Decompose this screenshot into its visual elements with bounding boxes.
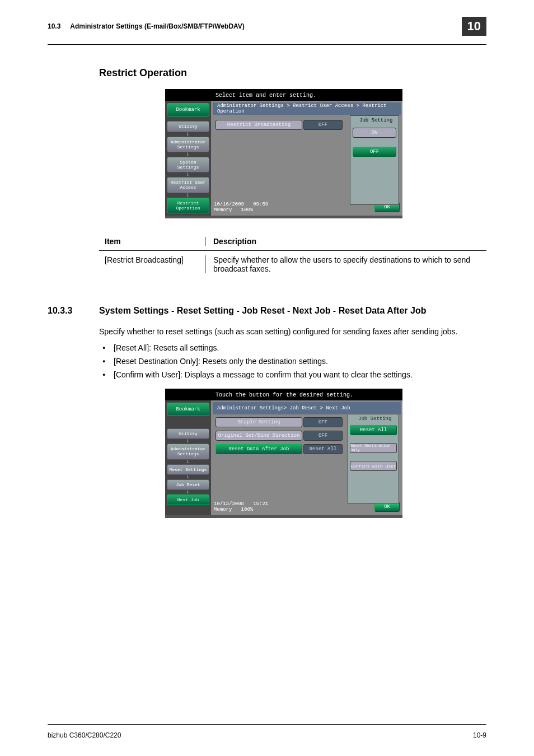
- row-bind-direction-value: OFF: [303, 431, 343, 441]
- panel2-sidebar: Bookmark Utility ↓ Administrator Setting…: [165, 400, 211, 515]
- chapter-badge: 10: [462, 17, 486, 36]
- td-desc: Specify whether to allow the users to sp…: [205, 255, 481, 273]
- sidebar-item-restrict-user-access[interactable]: Restrict User Access: [167, 177, 209, 193]
- panel1-status: 10/16/2009 09:59 Memory 100%: [214, 202, 268, 213]
- arrow-down-icon: ↓: [167, 491, 209, 493]
- panel1-sidebar: Bookmark Utility ↓ Administrator Setting…: [165, 101, 211, 216]
- panel1-bookmark-button[interactable]: Bookmark: [167, 103, 209, 116]
- section2-bullets: [Reset All]: Resets all settings. [Reset…: [99, 342, 486, 381]
- list-item: [Reset Destination Only]: Resets only th…: [99, 356, 486, 367]
- mfp-screen-restrict-operation: Select item and enter setting. Bookmark …: [165, 89, 402, 218]
- sidebar-item-reset-settings[interactable]: Reset Settings: [167, 464, 209, 475]
- panel2-instruction: Touch the button for the desired setting…: [165, 389, 402, 400]
- row-bind-direction[interactable]: Original Set/Bind Direction: [216, 431, 302, 441]
- row-restrict-broadcasting-value: OFF: [303, 120, 343, 130]
- sidebar-item-admin-settings[interactable]: Administrator Settings: [167, 444, 209, 459]
- opt-reset-all[interactable]: Reset All: [350, 425, 397, 435]
- opt-reset-destination-only[interactable]: Reset Destination Only: [350, 443, 397, 453]
- sidebar-item-next-job[interactable]: Next Job: [167, 494, 209, 505]
- arrow-down-icon: ↓: [167, 476, 209, 478]
- panel2-status: 10/13/2008 15:21 Memory 100%: [214, 501, 268, 512]
- header-section-num: 10.3: [48, 22, 60, 30]
- row-reset-data-after-job[interactable]: Reset Data After Job: [216, 444, 302, 454]
- item-description-table: Item Description [Restrict Broadcasting]…: [99, 232, 486, 278]
- arrow-down-icon: ↓: [167, 153, 209, 156]
- arrow-down-icon: ↓: [167, 174, 209, 176]
- sidebar-item-utility[interactable]: Utility: [167, 121, 209, 132]
- sidebar-item-admin-settings[interactable]: Administrator Settings: [167, 137, 209, 152]
- page-footer: bizhub C360/C280/C220 10-9: [48, 731, 486, 739]
- list-item: [Reset All]: Resets all settings.: [99, 342, 486, 354]
- footer-rule: [48, 724, 486, 725]
- footer-model: bizhub C360/C280/C220: [48, 731, 121, 739]
- section-number: 10.3.3: [48, 306, 99, 316]
- panel2-breadcrumb: Administrator Settings> Job Reset > Next…: [213, 402, 401, 414]
- panel1-instruction: Select item and enter setting.: [165, 89, 402, 101]
- section2-intro: Specify whether to reset settings (such …: [99, 326, 486, 338]
- arrow-down-icon: ↓: [167, 461, 209, 463]
- job-setting-title: Job Setting: [358, 416, 391, 422]
- header-section-title: Administrator Settings (E-mail/Box/SMB/F…: [70, 22, 245, 30]
- row-reset-data-value: Reset All: [303, 444, 343, 454]
- th-item: Item: [105, 237, 205, 246]
- panel2-bookmark-button[interactable]: Bookmark: [167, 403, 209, 416]
- header-rule: [48, 44, 486, 45]
- page-header: 10.3 Administrator Settings (E-mail/Box/…: [48, 17, 486, 36]
- mfp-screen-next-job: Touch the button for the desired setting…: [165, 389, 402, 518]
- sidebar-item-restrict-operation[interactable]: Restrict Operation: [167, 198, 209, 213]
- arrow-down-icon: ↓: [167, 194, 209, 197]
- td-item: [Restrict Broadcasting]: [105, 255, 205, 273]
- list-item: [Confirm with User]: Displays a message …: [99, 369, 486, 381]
- row-staple-setting[interactable]: Staple Setting: [216, 417, 302, 427]
- opt-on[interactable]: ON: [353, 128, 396, 138]
- section-heading-reset-data: System Settings - Reset Setting - Job Re…: [99, 306, 426, 316]
- section-heading-restrict-operation: Restrict Operation: [99, 67, 486, 79]
- footer-page-number: 10-9: [473, 731, 486, 739]
- panel1-breadcrumb: Administrator Settings > Restrict User A…: [213, 102, 401, 115]
- opt-confirm-with-user[interactable]: Confirm with User: [350, 461, 397, 471]
- opt-off[interactable]: OFF: [353, 147, 396, 157]
- th-desc: Description: [205, 237, 481, 246]
- arrow-down-icon: ↓: [167, 133, 209, 136]
- job-setting-title: Job Setting: [359, 118, 392, 123]
- row-restrict-broadcasting[interactable]: Restrict Broadcasting: [216, 120, 302, 130]
- sidebar-item-system-settings[interactable]: System Settings: [167, 157, 209, 172]
- row-staple-value: OFF: [303, 417, 343, 427]
- arrow-down-icon: ↓: [167, 440, 209, 442]
